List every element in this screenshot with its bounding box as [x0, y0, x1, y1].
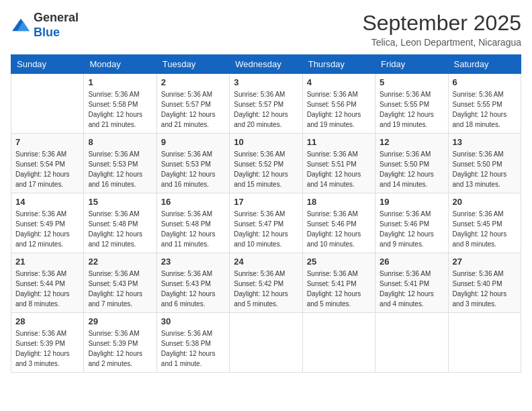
month-title: September 2025 — [362, 11, 521, 36]
day-info: Sunrise: 5:36 AMSunset: 5:57 PMDaylight:… — [234, 89, 298, 130]
day-info: Sunrise: 5:36 AMSunset: 5:41 PMDaylight:… — [380, 269, 443, 309]
day-info: Sunrise: 5:36 AMSunset: 5:44 PMDaylight:… — [15, 269, 79, 309]
calendar-day-cell: 11Sunrise: 5:36 AMSunset: 5:51 PMDayligh… — [302, 134, 375, 193]
calendar-week-row: 7Sunrise: 5:36 AMSunset: 5:54 PMDaylight… — [11, 134, 521, 193]
location: Telica, Leon Department, Nicaragua — [362, 37, 521, 48]
day-info: Sunrise: 5:36 AMSunset: 5:39 PMDaylight:… — [15, 328, 79, 369]
day-number: 15 — [88, 197, 152, 207]
day-number: 22 — [88, 257, 152, 267]
day-number: 1 — [88, 77, 152, 87]
day-info: Sunrise: 5:36 AMSunset: 5:47 PMDaylight:… — [234, 209, 298, 249]
calendar-day-cell: 17Sunrise: 5:36 AMSunset: 5:47 PMDayligh… — [230, 193, 302, 253]
day-number: 13 — [453, 137, 517, 147]
calendar-week-row: 21Sunrise: 5:36 AMSunset: 5:44 PMDayligh… — [11, 253, 521, 313]
day-info: Sunrise: 5:36 AMSunset: 5:57 PMDaylight:… — [161, 89, 225, 130]
calendar-day-cell: 30Sunrise: 5:36 AMSunset: 5:38 PMDayligh… — [157, 313, 229, 373]
calendar-day-cell: 23Sunrise: 5:36 AMSunset: 5:43 PMDayligh… — [157, 253, 229, 313]
day-number: 30 — [161, 316, 225, 326]
day-info: Sunrise: 5:36 AMSunset: 5:48 PMDaylight:… — [88, 209, 152, 249]
logo-icon — [11, 17, 31, 34]
day-info: Sunrise: 5:36 AMSunset: 5:38 PMDaylight:… — [161, 328, 225, 369]
day-info: Sunrise: 5:36 AMSunset: 5:46 PMDaylight:… — [380, 209, 443, 249]
weekday-header-cell: Saturday — [448, 55, 521, 74]
calendar-day-cell: 14Sunrise: 5:36 AMSunset: 5:49 PMDayligh… — [11, 193, 84, 253]
calendar-day-cell — [230, 313, 302, 373]
day-number: 16 — [161, 197, 225, 207]
day-number: 20 — [453, 197, 517, 207]
day-number: 6 — [453, 77, 517, 87]
day-info: Sunrise: 5:36 AMSunset: 5:42 PMDaylight:… — [234, 269, 298, 309]
logo: General Blue — [11, 11, 79, 40]
day-info: Sunrise: 5:36 AMSunset: 5:39 PMDaylight:… — [88, 328, 152, 369]
day-number: 11 — [307, 137, 371, 147]
logo-blue: Blue — [34, 26, 60, 39]
calendar-day-cell — [375, 313, 448, 373]
day-info: Sunrise: 5:36 AMSunset: 5:43 PMDaylight:… — [161, 269, 225, 309]
calendar-day-cell: 16Sunrise: 5:36 AMSunset: 5:48 PMDayligh… — [157, 193, 229, 253]
day-info: Sunrise: 5:36 AMSunset: 5:50 PMDaylight:… — [380, 149, 443, 189]
calendar-day-cell: 20Sunrise: 5:36 AMSunset: 5:45 PMDayligh… — [448, 193, 521, 253]
weekday-header-cell: Friday — [375, 55, 448, 74]
day-info: Sunrise: 5:36 AMSunset: 5:45 PMDaylight:… — [453, 209, 517, 249]
calendar-day-cell: 25Sunrise: 5:36 AMSunset: 5:41 PMDayligh… — [302, 253, 375, 313]
day-number: 10 — [234, 137, 298, 147]
calendar-table: SundayMondayTuesdayWednesdayThursdayFrid… — [11, 54, 521, 373]
day-info: Sunrise: 5:36 AMSunset: 5:55 PMDaylight:… — [380, 89, 443, 130]
day-number: 17 — [234, 197, 298, 207]
calendar-day-cell — [302, 313, 375, 373]
day-number: 19 — [380, 197, 443, 207]
weekday-header-cell: Sunday — [11, 55, 84, 74]
day-number: 18 — [307, 197, 371, 207]
calendar-day-cell — [448, 313, 521, 373]
calendar-day-cell: 27Sunrise: 5:36 AMSunset: 5:40 PMDayligh… — [448, 253, 521, 313]
day-info: Sunrise: 5:36 AMSunset: 5:49 PMDaylight:… — [15, 209, 79, 249]
page-header: General Blue September 2025 Telica, Leon… — [11, 11, 521, 48]
calendar-day-cell: 7Sunrise: 5:36 AMSunset: 5:54 PMDaylight… — [11, 134, 84, 193]
day-number: 8 — [88, 137, 152, 147]
calendar-day-cell: 19Sunrise: 5:36 AMSunset: 5:46 PMDayligh… — [375, 193, 448, 253]
day-info: Sunrise: 5:36 AMSunset: 5:53 PMDaylight:… — [161, 149, 225, 189]
day-number: 14 — [15, 197, 79, 207]
day-number: 5 — [380, 77, 443, 87]
day-info: Sunrise: 5:36 AMSunset: 5:58 PMDaylight:… — [88, 89, 152, 130]
calendar-day-cell: 12Sunrise: 5:36 AMSunset: 5:50 PMDayligh… — [375, 134, 448, 193]
weekday-header-cell: Wednesday — [230, 55, 302, 74]
day-info: Sunrise: 5:36 AMSunset: 5:53 PMDaylight:… — [88, 149, 152, 189]
weekday-header-cell: Tuesday — [157, 55, 229, 74]
day-info: Sunrise: 5:36 AMSunset: 5:43 PMDaylight:… — [88, 269, 152, 309]
calendar-day-cell: 3Sunrise: 5:36 AMSunset: 5:57 PMDaylight… — [230, 74, 302, 134]
calendar-day-cell: 15Sunrise: 5:36 AMSunset: 5:48 PMDayligh… — [84, 193, 157, 253]
day-info: Sunrise: 5:36 AMSunset: 5:46 PMDaylight:… — [307, 209, 371, 249]
calendar-day-cell — [11, 74, 84, 134]
day-number: 7 — [15, 137, 79, 147]
logo-text: General Blue — [34, 11, 79, 40]
day-info: Sunrise: 5:36 AMSunset: 5:51 PMDaylight:… — [307, 149, 371, 189]
calendar-day-cell: 22Sunrise: 5:36 AMSunset: 5:43 PMDayligh… — [84, 253, 157, 313]
calendar-day-cell: 5Sunrise: 5:36 AMSunset: 5:55 PMDaylight… — [375, 74, 448, 134]
calendar-day-cell: 10Sunrise: 5:36 AMSunset: 5:52 PMDayligh… — [230, 134, 302, 193]
calendar-day-cell: 6Sunrise: 5:36 AMSunset: 5:55 PMDaylight… — [448, 74, 521, 134]
day-number: 2 — [161, 77, 225, 87]
day-info: Sunrise: 5:36 AMSunset: 5:40 PMDaylight:… — [453, 269, 517, 309]
calendar-day-cell: 18Sunrise: 5:36 AMSunset: 5:46 PMDayligh… — [302, 193, 375, 253]
calendar-day-cell: 24Sunrise: 5:36 AMSunset: 5:42 PMDayligh… — [230, 253, 302, 313]
title-block: September 2025 Telica, Leon Department, … — [362, 11, 521, 48]
calendar-day-cell: 1Sunrise: 5:36 AMSunset: 5:58 PMDaylight… — [84, 74, 157, 134]
calendar-day-cell: 8Sunrise: 5:36 AMSunset: 5:53 PMDaylight… — [84, 134, 157, 193]
weekday-header-cell: Monday — [84, 55, 157, 74]
day-number: 27 — [453, 257, 517, 267]
weekday-header-row: SundayMondayTuesdayWednesdayThursdayFrid… — [11, 55, 521, 74]
day-number: 26 — [380, 257, 443, 267]
calendar-day-cell: 2Sunrise: 5:36 AMSunset: 5:57 PMDaylight… — [157, 74, 229, 134]
day-number: 24 — [234, 257, 298, 267]
calendar-day-cell: 9Sunrise: 5:36 AMSunset: 5:53 PMDaylight… — [157, 134, 229, 193]
calendar-day-cell: 28Sunrise: 5:36 AMSunset: 5:39 PMDayligh… — [11, 313, 84, 373]
calendar-week-row: 14Sunrise: 5:36 AMSunset: 5:49 PMDayligh… — [11, 193, 521, 253]
calendar-day-cell: 13Sunrise: 5:36 AMSunset: 5:50 PMDayligh… — [448, 134, 521, 193]
calendar-week-row: 28Sunrise: 5:36 AMSunset: 5:39 PMDayligh… — [11, 313, 521, 373]
calendar-day-cell: 4Sunrise: 5:36 AMSunset: 5:56 PMDaylight… — [302, 74, 375, 134]
calendar-week-row: 1Sunrise: 5:36 AMSunset: 5:58 PMDaylight… — [11, 74, 521, 134]
weekday-header-cell: Thursday — [302, 55, 375, 74]
calendar-day-cell: 21Sunrise: 5:36 AMSunset: 5:44 PMDayligh… — [11, 253, 84, 313]
day-number: 12 — [380, 137, 443, 147]
